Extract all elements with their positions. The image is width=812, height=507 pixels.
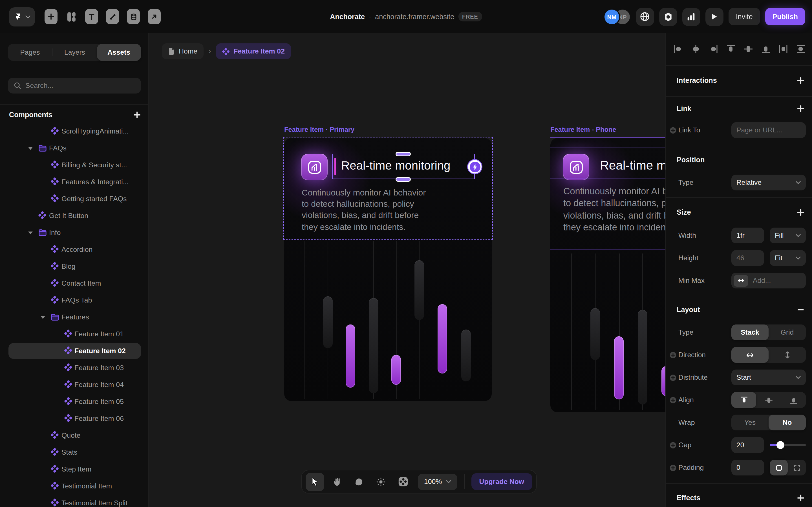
upgrade-now-button[interactable]: Upgrade Now [471, 473, 532, 490]
tab-pages[interactable]: Pages [8, 44, 52, 61]
circle-plus-icon[interactable] [669, 127, 677, 134]
tab-layers[interactable]: Layers [53, 44, 97, 61]
feature-chart-icon[interactable] [301, 154, 327, 180]
add-link-button[interactable] [797, 105, 804, 112]
tree-component-row[interactable]: Stats [0, 444, 149, 461]
search-input[interactable]: Search... [8, 78, 141, 94]
width-input[interactable]: 1fr [731, 228, 764, 243]
caret-down-icon[interactable] [28, 231, 33, 234]
tree-component-row[interactable]: Billing & Security st... [0, 157, 149, 173]
caret-down-icon[interactable] [41, 316, 45, 319]
add-component-button[interactable] [134, 112, 140, 118]
align-start-option[interactable] [731, 392, 756, 408]
direction-horizontal[interactable] [731, 347, 769, 363]
select-tool-button[interactable] [306, 472, 324, 491]
circle-plus-icon[interactable] [669, 442, 677, 449]
avatar[interactable]: NM [605, 9, 619, 24]
variant-label-phone[interactable]: Feature Item - Phone [550, 126, 616, 133]
height-input[interactable]: 46 [731, 250, 764, 266]
tree-component-row[interactable]: Feature Item 05 [0, 393, 149, 410]
gap-input[interactable]: 20 [731, 437, 764, 453]
slider-knob[interactable] [776, 441, 784, 449]
tree-component-row[interactable]: Get It Button [0, 207, 149, 224]
padding-individual-option[interactable] [788, 460, 806, 475]
distribute-horizontal-icon[interactable] [777, 43, 789, 55]
distribute-dropdown[interactable]: Start [731, 370, 806, 385]
link-to-input[interactable]: Page or URL... [731, 122, 806, 138]
circle-plus-icon[interactable] [669, 397, 677, 404]
tab-assets[interactable]: Assets [97, 44, 141, 61]
direction-vertical[interactable] [769, 347, 806, 363]
hand-tool-button[interactable] [327, 472, 346, 491]
tree-component-row[interactable]: Feature Item 06 [0, 410, 149, 427]
height-mode-dropdown[interactable]: Fit [770, 250, 806, 266]
align-end-option[interactable] [781, 392, 806, 408]
card-description[interactable]: Continuously monitor AI behaviorto detec… [563, 185, 665, 233]
add-interaction-button[interactable] [797, 77, 804, 84]
align-center-option[interactable] [756, 392, 781, 408]
circle-plus-icon[interactable] [669, 464, 677, 471]
align-right-icon[interactable] [708, 43, 719, 55]
wrap-no[interactable]: No [769, 414, 806, 431]
tree-component-row[interactable]: Feature Item 02 [0, 342, 149, 359]
add-effect-button[interactable] [797, 495, 804, 501]
gap-slider[interactable] [770, 444, 806, 446]
tree-component-row[interactable]: Quote [0, 427, 149, 444]
site-settings-button[interactable] [636, 8, 654, 25]
comment-tool-button[interactable] [350, 472, 368, 491]
tree-component-row[interactable]: Accordion [0, 241, 149, 258]
theme-toggle-button[interactable] [371, 472, 390, 491]
align-left-icon[interactable] [673, 43, 684, 55]
align-top-icon[interactable] [725, 43, 737, 55]
distribute-vertical-icon[interactable] [795, 43, 806, 55]
analytics-button[interactable] [682, 8, 700, 25]
align-center-horizontal-icon[interactable] [690, 43, 702, 55]
tree-component-row[interactable]: Features & Integrati... [0, 173, 149, 190]
breadcrumb-current[interactable]: Feature Item 02 [216, 43, 291, 59]
padding-input[interactable]: 0 [731, 460, 764, 475]
tree-component-row[interactable]: Getting started FAQs [0, 190, 149, 207]
invite-button[interactable]: Invite [728, 8, 760, 25]
minmax-input[interactable]: Add... [731, 273, 806, 288]
zoom-level-dropdown[interactable]: 100% [418, 473, 457, 490]
interaction-bolt-badge[interactable] [468, 160, 481, 173]
design-canvas[interactable]: Home › Feature Item 02 Feature Item · Pr… [149, 33, 665, 507]
tree-component-row[interactable]: FAQs Tab [0, 292, 149, 309]
layout-type-grid[interactable]: Grid [769, 325, 806, 340]
collapse-layout-button[interactable] [797, 306, 804, 313]
card-description[interactable]: Continuously monitor AI behaviorto detec… [302, 187, 426, 233]
breadcrumb-home[interactable]: Home [162, 43, 204, 59]
preview-button[interactable] [705, 8, 723, 25]
collaborator-avatars[interactable]: NM NP [605, 9, 630, 24]
caret-down-icon[interactable] [28, 147, 33, 150]
circle-plus-icon[interactable] [669, 351, 677, 359]
align-center-vertical-icon[interactable] [743, 43, 754, 55]
tree-component-row[interactable]: Blog [0, 258, 149, 275]
feature-card-phone[interactable]: Real-time monitoring Continuously monito… [550, 138, 665, 412]
selection-handle-top[interactable] [396, 152, 410, 155]
tree-component-row[interactable]: Feature Item 04 [0, 376, 149, 393]
tree-component-row[interactable]: Testimonial Item [0, 478, 149, 495]
position-type-dropdown[interactable]: Relative [731, 175, 806, 190]
publish-button[interactable]: Publish [765, 8, 805, 25]
circle-plus-icon[interactable] [669, 374, 677, 381]
tree-folder-row[interactable]: Info [0, 224, 149, 241]
tree-component-row[interactable]: Step Item [0, 461, 149, 478]
align-bottom-icon[interactable] [760, 43, 771, 55]
insert-component-button[interactable] [394, 472, 412, 491]
brand-assets-button[interactable] [659, 8, 677, 25]
tree-component-row[interactable]: Feature Item 01 [0, 326, 149, 342]
tree-component-row[interactable]: ScrollTypingAnimati... [0, 123, 149, 140]
tree-component-row[interactable]: Testimonial Item Split [0, 495, 149, 507]
add-size-rule-button[interactable] [797, 209, 804, 216]
tree-component-row[interactable]: Contact Item [0, 275, 149, 292]
tree-folder-row[interactable]: Features [0, 309, 149, 326]
wrap-yes[interactable]: Yes [731, 414, 769, 431]
tree-folder-row[interactable]: FAQs [0, 140, 149, 157]
tree-component-row[interactable]: Feature Item 03 [0, 359, 149, 376]
selection-handle-bottom[interactable] [396, 178, 410, 180]
padding-uniform-option[interactable] [770, 460, 788, 475]
variant-label-primary[interactable]: Feature Item · Primary [284, 126, 354, 133]
width-mode-dropdown[interactable]: Fill [770, 228, 806, 243]
layout-type-stack[interactable]: Stack [731, 325, 769, 340]
